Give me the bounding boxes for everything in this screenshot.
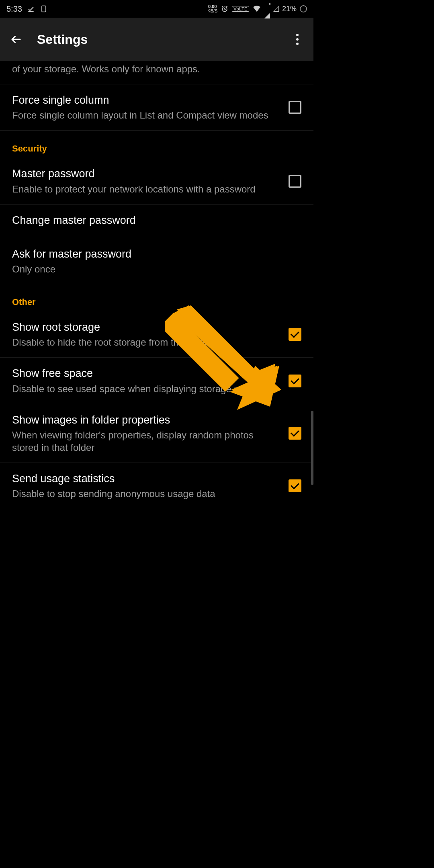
page-title: Settings [37, 32, 288, 47]
setting-title: Ask for master password [12, 247, 293, 261]
download-done-icon [27, 5, 35, 13]
svg-rect-0 [42, 6, 46, 12]
checkbox-checked[interactable] [289, 375, 301, 387]
more-vertical-icon [296, 34, 299, 45]
signal-2-icon [273, 6, 279, 12]
network-speed-icon: 0.00 KB/S [207, 4, 217, 13]
setting-sub: of your storage. Works only for known ap… [12, 63, 293, 75]
setting-row-ask-master-password[interactable]: Ask for master password Only once [0, 238, 313, 284]
app-bar: Settings [0, 18, 313, 61]
back-button[interactable] [6, 30, 26, 49]
setting-sub: Force single column layout in List and C… [12, 109, 280, 121]
wifi-icon [252, 5, 261, 12]
setting-row-force-single-column[interactable]: Force single column Force single column … [0, 84, 313, 131]
settings-list[interactable]: of your storage. Works only for known ap… [0, 61, 313, 627]
setting-row-master-password[interactable]: Master password Enable to protect your n… [0, 158, 313, 204]
setting-sub: Only once [12, 263, 293, 275]
setting-title: Send usage statistics [12, 472, 280, 486]
setting-sub: Disable to see used space when displayin… [12, 383, 280, 395]
battery-percent: 21% [282, 5, 297, 13]
battery-circle-icon [300, 5, 307, 12]
checkbox-unchecked[interactable] [289, 101, 301, 114]
alarm-icon [221, 5, 229, 13]
setting-row-change-master-password[interactable]: Change master password [0, 205, 313, 238]
sim-icon [40, 4, 48, 13]
checkbox-checked[interactable] [289, 427, 301, 440]
setting-sub: Disable to hide the root storage from th… [12, 336, 280, 348]
setting-title: Show root storage [12, 320, 280, 334]
checkbox-checked[interactable] [289, 328, 301, 341]
setting-row-send-usage-statistics[interactable]: Send usage statistics Disable to stop se… [0, 463, 313, 509]
setting-title: Show free space [12, 366, 280, 381]
status-bar: 5:33 0.00 KB/S VoLTE x 21% [0, 0, 313, 18]
setting-row-partial[interactable]: of your storage. Works only for known ap… [0, 61, 313, 84]
setting-title: Show images in folder properties [12, 413, 280, 427]
setting-sub: Disable to stop sending anonymous usage … [12, 487, 280, 500]
scrollbar-thumb[interactable] [311, 411, 313, 485]
setting-title: Change master password [12, 213, 293, 227]
setting-sub: Enable to protect your network locations… [12, 183, 280, 195]
checkbox-checked[interactable] [289, 479, 301, 492]
section-header-other: Other [0, 284, 313, 311]
setting-title: Force single column [12, 93, 280, 107]
more-options-button[interactable] [288, 30, 307, 49]
setting-title: Master password [12, 167, 280, 181]
arrow-back-icon [10, 33, 22, 45]
setting-row-show-images-folder-properties[interactable]: Show images in folder properties When vi… [0, 404, 313, 463]
setting-sub: When viewing folder's properties, displa… [12, 429, 280, 454]
status-time: 5:33 [6, 4, 22, 14]
checkbox-unchecked[interactable] [289, 175, 301, 188]
setting-row-show-free-space[interactable]: Show free space Disable to see used spac… [0, 358, 313, 404]
volte-icon: VoLTE [232, 6, 249, 12]
setting-row-show-root-storage[interactable]: Show root storage Disable to hide the ro… [0, 311, 313, 358]
section-header-security: Security [0, 131, 313, 158]
signal-1-icon: x [264, 5, 270, 13]
